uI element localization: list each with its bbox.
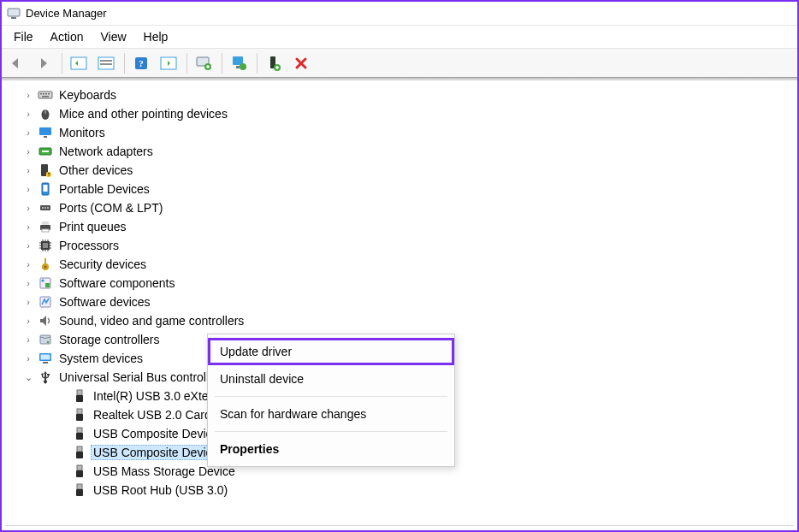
device-label: System devices [56, 351, 145, 366]
toolbar-separator [222, 53, 222, 74]
other-icon [38, 163, 53, 178]
ports-icon [38, 200, 53, 216]
device-tree[interactable]: ›Keyboards›Mice and other pointing devic… [2, 80, 797, 522]
context-menu: Update driver Uninstall device Scan for … [207, 334, 455, 467]
device-label: Sound, video and game controllers [56, 313, 246, 328]
device-category-item[interactable]: ›Software devices [22, 293, 797, 311]
chevron-right-icon[interactable]: › [22, 352, 34, 364]
chevron-right-icon[interactable]: › [22, 202, 34, 214]
context-scan-hardware[interactable]: Scan for hardware changes [208, 400, 454, 428]
device-label: Other devices [56, 163, 135, 178]
chevron-right-icon[interactable]: › [22, 89, 34, 101]
portable-icon [38, 181, 53, 197]
chevron-right-icon[interactable]: › [22, 277, 34, 289]
device-label: Processors [56, 238, 121, 253]
chevron-right-icon[interactable]: › [22, 239, 34, 251]
context-properties[interactable]: Properties [208, 435, 454, 463]
chevron-right-icon[interactable]: › [22, 164, 34, 176]
window-title: Device Manager [26, 7, 107, 20]
menu-action[interactable]: Action [42, 27, 92, 46]
cpu-icon [38, 238, 53, 253]
software2-icon [38, 294, 53, 310]
usb-dev-icon [72, 388, 87, 404]
network-icon [38, 144, 53, 159]
title-bar: Device Manager [2, 2, 797, 26]
svg-rect-1 [11, 17, 16, 19]
printer-icon [38, 219, 53, 234]
device-label: USB Root Hub (USB 3.0) [91, 482, 230, 498]
forward-button[interactable] [31, 51, 56, 75]
enable-device-button[interactable] [261, 51, 287, 75]
device-child-item[interactable]: USB Root Hub (USB 3.0) [22, 481, 797, 499]
chevron-right-icon[interactable]: › [22, 315, 34, 327]
device-category-item[interactable]: ›Other devices [22, 161, 797, 180]
device-category-item[interactable]: ›Print queues [22, 217, 797, 236]
context-separator [215, 431, 447, 432]
storage-icon [38, 332, 53, 347]
chevron-right-icon[interactable]: › [22, 296, 34, 308]
toolbar-separator [186, 53, 187, 74]
svg-rect-4 [100, 60, 112, 62]
context-update-driver[interactable]: Update driver [208, 338, 454, 365]
software-icon [38, 275, 53, 291]
device-label: Print queues [56, 219, 129, 234]
chevron-right-icon[interactable]: › [22, 127, 34, 139]
properties-button[interactable] [93, 51, 119, 75]
device-category-item[interactable]: ›Portable Devices [22, 180, 797, 198]
help-button[interactable]: ? [128, 51, 154, 75]
sound-icon [38, 313, 53, 328]
device-category-item[interactable]: ›Security devices [22, 255, 797, 274]
menu-help[interactable]: Help [135, 27, 177, 46]
chevron-right-icon[interactable]: › [22, 108, 34, 120]
menu-file[interactable]: File [5, 27, 42, 46]
svg-rect-2 [71, 57, 86, 69]
keyboard-icon [38, 87, 53, 103]
chevron-right-icon[interactable]: › [22, 221, 34, 233]
menu-bar: File Action View Help [2, 26, 797, 48]
usb-icon [38, 369, 53, 385]
toolbar-separator [62, 53, 62, 74]
svg-rect-5 [100, 63, 112, 65]
toolbar-separator [257, 53, 257, 74]
device-category-item[interactable]: ›Network adapters [22, 142, 797, 161]
chevron-right-icon[interactable]: › [22, 183, 34, 195]
device-manager-app-icon [7, 7, 21, 21]
device-category-item[interactable]: ›Keyboards [22, 86, 797, 104]
device-category-item[interactable]: ›Sound, video and game controllers [22, 311, 797, 330]
device-category-item[interactable]: ›Ports (COM & LPT) [22, 198, 797, 217]
chevron-right-icon[interactable]: › [22, 258, 34, 270]
toolbar-separator [124, 53, 125, 74]
device-manager-window: Device Manager File Action View Help [0, 0, 799, 532]
chevron-right-icon[interactable]: › [22, 334, 34, 346]
device-label: Keyboards [56, 87, 119, 103]
svg-point-13 [240, 63, 246, 70]
mouse-icon [38, 106, 53, 121]
security-icon [38, 257, 53, 272]
device-label: Portable Devices [56, 181, 152, 197]
device-label: USB Composite Device [91, 445, 221, 460]
device-category-item[interactable]: ›Mice and other pointing devices [22, 104, 797, 123]
device-category-item[interactable]: ›Processors [22, 236, 797, 255]
device-label: Security devices [56, 257, 149, 272]
usb-dev-icon [72, 464, 87, 479]
footer-border [5, 525, 794, 527]
usb-dev-icon [72, 482, 87, 498]
device-label: Ports (COM & LPT) [56, 200, 165, 216]
device-label: Monitors [56, 125, 108, 140]
system-icon [38, 351, 53, 366]
device-category-item[interactable]: ›Monitors [22, 123, 797, 142]
chevron-down-icon[interactable]: ⌄ [22, 371, 34, 383]
context-uninstall-device[interactable]: Uninstall device [208, 365, 454, 393]
list-view-button[interactable] [156, 51, 181, 75]
menu-view[interactable]: View [92, 27, 134, 46]
device-label: Mice and other pointing devices [56, 106, 230, 121]
disable-device-button[interactable] [226, 51, 252, 75]
device-label: Storage controllers [56, 332, 163, 347]
device-category-item[interactable]: ›Software components [22, 274, 797, 293]
back-button[interactable] [3, 51, 29, 75]
uninstall-button[interactable] [288, 51, 314, 75]
update-driver-button[interactable] [191, 51, 216, 75]
usb-dev-icon [72, 426, 87, 441]
chevron-right-icon[interactable]: › [22, 145, 34, 157]
show-hidden-button[interactable] [66, 51, 92, 75]
